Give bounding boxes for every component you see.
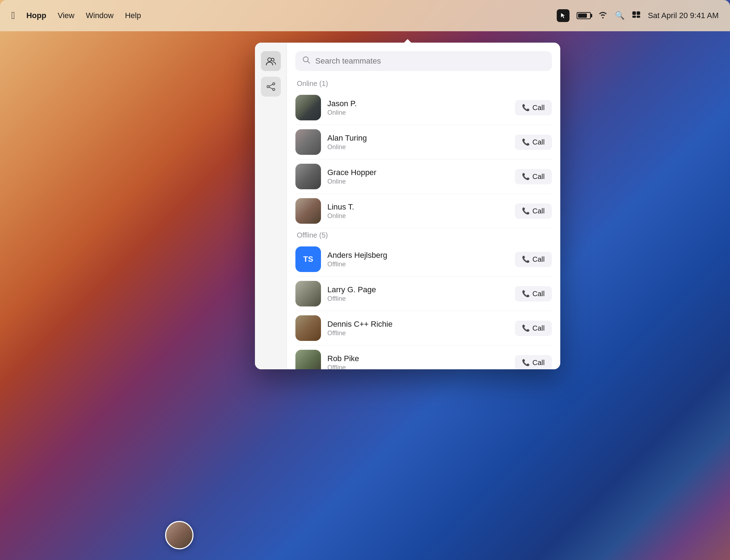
svg-rect-0: [632, 11, 636, 15]
apple-logo-icon[interactable]: : [11, 10, 15, 21]
phone-icon-alan: 📞: [522, 138, 530, 146]
svg-point-4: [268, 58, 271, 61]
call-button-grace[interactable]: 📞 Call: [515, 169, 552, 184]
contact-status-rob: Offline: [327, 364, 508, 370]
search-icon: [303, 56, 310, 66]
wifi-icon: [598, 11, 608, 21]
phone-icon-grace: 📞: [522, 173, 530, 180]
avatar-dennis: [295, 315, 321, 341]
main-content: Online (1) Jason P. Online 📞 Call Alan T…: [287, 43, 560, 369]
contact-name-dennis: Dennis C++ Richie: [327, 320, 508, 329]
search-container: [287, 43, 560, 77]
svg-point-7: [267, 86, 269, 88]
svg-point-6: [273, 83, 275, 85]
menubar-right: 🔍 Sat April 20 9:41 AM: [557, 9, 719, 22]
contact-row-larry: Larry G. Page Offline 📞 Call: [295, 277, 552, 311]
search-bar: [295, 51, 552, 71]
app-panel: Online (1) Jason P. Online 📞 Call Alan T…: [255, 43, 560, 369]
svg-point-8: [273, 88, 275, 91]
call-button-alan[interactable]: 📞 Call: [515, 135, 552, 150]
call-label-anders: Call: [533, 255, 545, 263]
svg-rect-2: [632, 16, 636, 18]
contact-row-jason: Jason P. Online 📞 Call: [295, 91, 552, 125]
contact-status-alan: Online: [327, 143, 508, 151]
svg-rect-3: [637, 16, 640, 18]
menu-app-name[interactable]: Hopp: [26, 11, 46, 20]
contact-info-alan: Alan Turing Online: [327, 134, 508, 151]
search-input[interactable]: [315, 56, 545, 66]
call-button-jason[interactable]: 📞 Call: [515, 100, 552, 115]
menu-view[interactable]: View: [58, 11, 74, 20]
avatar-linus: [295, 198, 321, 224]
call-button-dennis[interactable]: 📞 Call: [515, 321, 552, 336]
contact-name-grace: Grace Hopper: [327, 168, 508, 177]
avatar-larry: [295, 281, 321, 306]
menubar:  Hopp View Window Help 🔍: [0, 0, 730, 31]
cursor-app-icon[interactable]: [557, 9, 570, 22]
phone-icon-anders: 📞: [522, 255, 530, 263]
svg-line-9: [269, 85, 273, 86]
contact-list: Online (1) Jason P. Online 📞 Call Alan T…: [287, 77, 560, 369]
call-button-rob[interactable]: 📞 Call: [515, 355, 552, 370]
svg-line-10: [269, 87, 273, 89]
current-user-avatar[interactable]: [165, 521, 194, 549]
menu-help[interactable]: Help: [125, 11, 141, 20]
call-label-alan: Call: [533, 138, 545, 146]
contact-row-anders: TS Anders Hejlsberg Offline 📞 Call: [295, 242, 552, 277]
call-button-anders[interactable]: 📞 Call: [515, 252, 552, 267]
contact-row-dennis: Dennis C++ Richie Offline 📞 Call: [295, 311, 552, 346]
contact-info-grace: Grace Hopper Online: [327, 168, 508, 185]
contact-status-anders: Offline: [327, 261, 508, 268]
sidebar-team-button[interactable]: [261, 51, 281, 71]
call-label-rob: Call: [533, 359, 545, 367]
avatar-rob: [295, 350, 321, 369]
avatar-anders: TS: [295, 246, 321, 272]
call-button-linus[interactable]: 📞 Call: [515, 203, 552, 219]
clock: Sat April 20 9:41 AM: [648, 11, 719, 20]
contact-name-jason: Jason P.: [327, 99, 508, 108]
contact-status-jason: Online: [327, 109, 508, 116]
contact-name-linus: Linus T.: [327, 202, 508, 212]
contact-row-linus: Linus T. Online 📞 Call: [295, 194, 552, 228]
menubar-left:  Hopp View Window Help: [11, 10, 141, 21]
contact-status-larry: Offline: [327, 295, 508, 303]
section-online-header: Online (1): [295, 80, 552, 88]
contact-status-linus: Online: [327, 212, 508, 220]
contact-info-anders: Anders Hejlsberg Offline: [327, 251, 508, 268]
call-label-grace: Call: [533, 173, 545, 181]
panel-arrow: [401, 39, 414, 45]
battery-icon: [577, 12, 591, 19]
sidebar-share-button[interactable]: [261, 77, 281, 97]
phone-icon-larry: 📞: [522, 290, 530, 298]
contact-row-grace: Grace Hopper Online 📞 Call: [295, 159, 552, 194]
contact-row-rob: Rob Pike Offline 📞 Call: [295, 346, 552, 369]
avatar-alan: [295, 129, 321, 155]
menu-window[interactable]: Window: [86, 11, 114, 20]
call-label-dennis: Call: [533, 324, 545, 332]
call-button-larry[interactable]: 📞 Call: [515, 286, 552, 301]
call-label-jason: Call: [533, 104, 545, 112]
contact-row-alan: Alan Turing Online 📞 Call: [295, 125, 552, 159]
search-menubar-icon[interactable]: 🔍: [615, 11, 625, 20]
contact-info-jason: Jason P. Online: [327, 99, 508, 116]
contact-status-grace: Online: [327, 178, 508, 185]
svg-rect-1: [637, 11, 640, 15]
contact-name-anders: Anders Hejlsberg: [327, 251, 508, 260]
contact-name-alan: Alan Turing: [327, 134, 508, 143]
contact-info-larry: Larry G. Page Offline: [327, 285, 508, 303]
call-label-linus: Call: [533, 207, 545, 215]
svg-point-5: [271, 58, 274, 61]
contact-name-rob: Rob Pike: [327, 354, 508, 363]
control-center-icon[interactable]: [632, 11, 641, 21]
contact-info-dennis: Dennis C++ Richie Offline: [327, 320, 508, 337]
phone-icon-linus: 📞: [522, 207, 530, 215]
contact-name-larry: Larry G. Page: [327, 285, 508, 294]
svg-line-12: [307, 61, 310, 63]
contact-info-linus: Linus T. Online: [327, 202, 508, 220]
contact-info-rob: Rob Pike Offline: [327, 354, 508, 370]
avatar-jason: [295, 95, 321, 120]
phone-icon-dennis: 📞: [522, 324, 530, 332]
contact-status-dennis: Offline: [327, 330, 508, 337]
avatar-grace: [295, 164, 321, 189]
phone-icon-rob: 📞: [522, 359, 530, 366]
